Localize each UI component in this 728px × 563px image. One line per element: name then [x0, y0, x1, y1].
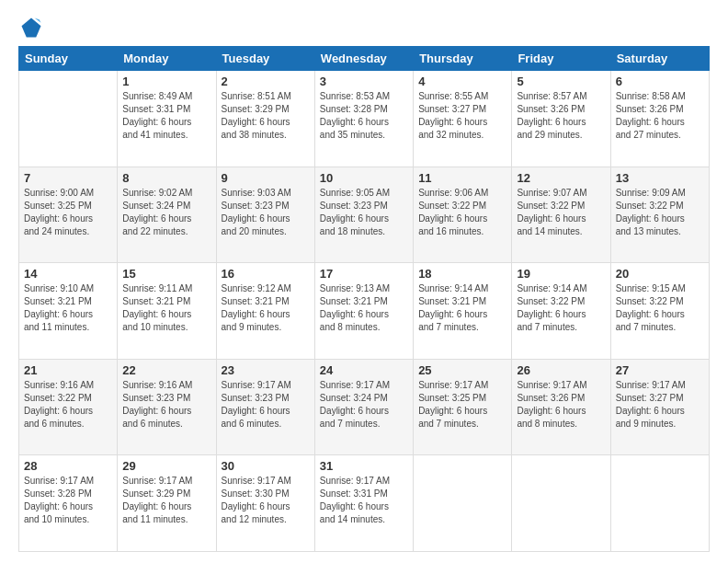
day-info: Sunrise: 8:53 AMSunset: 3:28 PMDaylight:… — [320, 90, 408, 142]
day-number: 29 — [122, 459, 210, 473]
day-info: Sunrise: 9:09 AMSunset: 3:22 PMDaylight:… — [616, 187, 704, 238]
calendar-cell: 13Sunrise: 9:09 AMSunset: 3:22 PMDayligh… — [610, 167, 709, 263]
calendar-cell: 20Sunrise: 9:15 AMSunset: 3:22 PMDayligh… — [610, 263, 709, 360]
day-info: Sunrise: 8:51 AMSunset: 3:29 PMDaylight:… — [222, 90, 310, 142]
calendar-cell: 1Sunrise: 8:49 AMSunset: 3:31 PMDaylight… — [118, 71, 216, 167]
day-info: Sunrise: 8:55 AMSunset: 3:27 PMDaylight:… — [418, 90, 506, 142]
weekday-header-wednesday: Wednesday — [314, 47, 413, 71]
week-row-4: 21Sunrise: 9:16 AMSunset: 3:22 PMDayligh… — [19, 359, 710, 455]
day-info: Sunrise: 9:17 AMSunset: 3:28 PMDaylight:… — [24, 475, 112, 526]
calendar-cell: 17Sunrise: 9:13 AMSunset: 3:21 PMDayligh… — [314, 263, 413, 360]
day-info: Sunrise: 8:58 AMSunset: 3:26 PMDaylight:… — [616, 90, 704, 142]
day-number: 27 — [616, 363, 704, 377]
calendar-cell: 10Sunrise: 9:05 AMSunset: 3:23 PMDayligh… — [314, 167, 413, 263]
calendar-cell: 5Sunrise: 8:57 AMSunset: 3:26 PMDaylight… — [512, 71, 610, 167]
day-info: Sunrise: 9:17 AMSunset: 3:24 PMDaylight:… — [320, 379, 408, 431]
weekday-header-tuesday: Tuesday — [216, 47, 314, 71]
calendar-cell: 12Sunrise: 9:07 AMSunset: 3:22 PMDayligh… — [512, 167, 610, 263]
logo — [18, 15, 48, 40]
weekday-header-saturday: Saturday — [610, 47, 709, 71]
day-info: Sunrise: 9:07 AMSunset: 3:22 PMDaylight:… — [517, 187, 605, 238]
day-info: Sunrise: 9:12 AMSunset: 3:21 PMDaylight:… — [222, 282, 310, 334]
calendar-cell: 7Sunrise: 9:00 AMSunset: 3:25 PMDaylight… — [19, 167, 118, 263]
calendar-cell: 21Sunrise: 9:16 AMSunset: 3:22 PMDayligh… — [19, 359, 118, 455]
day-info: Sunrise: 9:14 AMSunset: 3:22 PMDaylight:… — [517, 282, 605, 334]
header — [18, 15, 710, 40]
day-info: Sunrise: 9:17 AMSunset: 3:23 PMDaylight:… — [222, 379, 310, 431]
day-number: 26 — [517, 363, 605, 377]
day-info: Sunrise: 9:17 AMSunset: 3:29 PMDaylight:… — [122, 475, 210, 526]
weekday-header-row: SundayMondayTuesdayWednesdayThursdayFrid… — [19, 47, 710, 71]
day-info: Sunrise: 9:17 AMSunset: 3:25 PMDaylight:… — [418, 379, 506, 431]
calendar-cell — [610, 455, 709, 552]
day-number: 16 — [222, 267, 310, 281]
day-info: Sunrise: 9:06 AMSunset: 3:22 PMDaylight:… — [418, 187, 506, 238]
calendar-cell: 9Sunrise: 9:03 AMSunset: 3:23 PMDaylight… — [216, 167, 314, 263]
weekday-header-friday: Friday — [512, 47, 610, 71]
calendar-cell — [19, 71, 118, 167]
day-number: 13 — [616, 171, 704, 185]
calendar-cell: 28Sunrise: 9:17 AMSunset: 3:28 PMDayligh… — [19, 455, 118, 552]
week-row-5: 28Sunrise: 9:17 AMSunset: 3:28 PMDayligh… — [19, 455, 710, 552]
calendar-cell: 2Sunrise: 8:51 AMSunset: 3:29 PMDaylight… — [216, 71, 314, 167]
day-number: 18 — [418, 267, 506, 281]
calendar-table: SundayMondayTuesdayWednesdayThursdayFrid… — [18, 46, 710, 552]
day-info: Sunrise: 8:49 AMSunset: 3:31 PMDaylight:… — [122, 90, 210, 142]
day-info: Sunrise: 9:11 AMSunset: 3:21 PMDaylight:… — [122, 282, 210, 334]
calendar-cell: 19Sunrise: 9:14 AMSunset: 3:22 PMDayligh… — [512, 263, 610, 360]
day-number: 21 — [24, 363, 112, 377]
svg-marker-0 — [22, 18, 41, 38]
day-number: 14 — [24, 267, 112, 281]
calendar-cell: 14Sunrise: 9:10 AMSunset: 3:21 PMDayligh… — [19, 263, 118, 360]
calendar-cell — [414, 455, 512, 552]
day-number: 28 — [24, 459, 112, 473]
day-info: Sunrise: 9:17 AMSunset: 3:27 PMDaylight:… — [616, 379, 704, 431]
day-number: 24 — [320, 363, 408, 377]
day-number: 11 — [418, 171, 506, 185]
day-info: Sunrise: 9:16 AMSunset: 3:22 PMDaylight:… — [24, 379, 112, 431]
page: SundayMondayTuesdayWednesdayThursdayFrid… — [0, 0, 728, 563]
calendar-cell: 6Sunrise: 8:58 AMSunset: 3:26 PMDaylight… — [610, 71, 709, 167]
day-info: Sunrise: 9:17 AMSunset: 3:30 PMDaylight:… — [222, 475, 310, 526]
day-info: Sunrise: 8:57 AMSunset: 3:26 PMDaylight:… — [517, 90, 605, 142]
day-info: Sunrise: 9:00 AMSunset: 3:25 PMDaylight:… — [24, 187, 112, 238]
day-number: 1 — [122, 75, 210, 88]
day-number: 5 — [517, 75, 605, 88]
week-row-1: 1Sunrise: 8:49 AMSunset: 3:31 PMDaylight… — [19, 71, 710, 167]
day-number: 9 — [222, 171, 310, 185]
day-number: 8 — [122, 171, 210, 185]
calendar-cell — [512, 455, 610, 552]
calendar-cell: 16Sunrise: 9:12 AMSunset: 3:21 PMDayligh… — [216, 263, 314, 360]
day-info: Sunrise: 9:13 AMSunset: 3:21 PMDaylight:… — [320, 282, 408, 334]
weekday-header-monday: Monday — [118, 47, 216, 71]
day-number: 19 — [517, 267, 605, 281]
day-info: Sunrise: 9:15 AMSunset: 3:22 PMDaylight:… — [616, 282, 704, 334]
logo-icon — [18, 15, 44, 40]
day-number: 3 — [320, 75, 408, 88]
day-info: Sunrise: 9:17 AMSunset: 3:31 PMDaylight:… — [320, 475, 408, 526]
day-info: Sunrise: 9:10 AMSunset: 3:21 PMDaylight:… — [24, 282, 112, 334]
day-number: 23 — [222, 363, 310, 377]
calendar-cell: 11Sunrise: 9:06 AMSunset: 3:22 PMDayligh… — [414, 167, 512, 263]
calendar-cell: 29Sunrise: 9:17 AMSunset: 3:29 PMDayligh… — [118, 455, 216, 552]
day-number: 22 — [122, 363, 210, 377]
weekday-header-sunday: Sunday — [19, 47, 118, 71]
day-number: 7 — [24, 171, 112, 185]
weekday-header-thursday: Thursday — [414, 47, 512, 71]
day-number: 20 — [616, 267, 704, 281]
calendar-cell: 22Sunrise: 9:16 AMSunset: 3:23 PMDayligh… — [118, 359, 216, 455]
calendar-cell: 8Sunrise: 9:02 AMSunset: 3:24 PMDaylight… — [118, 167, 216, 263]
day-info: Sunrise: 9:05 AMSunset: 3:23 PMDaylight:… — [320, 187, 408, 238]
day-number: 15 — [122, 267, 210, 281]
calendar-cell: 23Sunrise: 9:17 AMSunset: 3:23 PMDayligh… — [216, 359, 314, 455]
calendar-cell: 31Sunrise: 9:17 AMSunset: 3:31 PMDayligh… — [314, 455, 413, 552]
day-number: 17 — [320, 267, 408, 281]
day-number: 6 — [616, 75, 704, 88]
calendar-cell: 25Sunrise: 9:17 AMSunset: 3:25 PMDayligh… — [414, 359, 512, 455]
day-number: 31 — [320, 459, 408, 473]
day-number: 4 — [418, 75, 506, 88]
day-number: 25 — [418, 363, 506, 377]
calendar-cell: 24Sunrise: 9:17 AMSunset: 3:24 PMDayligh… — [314, 359, 413, 455]
day-number: 30 — [222, 459, 310, 473]
day-info: Sunrise: 9:14 AMSunset: 3:21 PMDaylight:… — [418, 282, 506, 334]
